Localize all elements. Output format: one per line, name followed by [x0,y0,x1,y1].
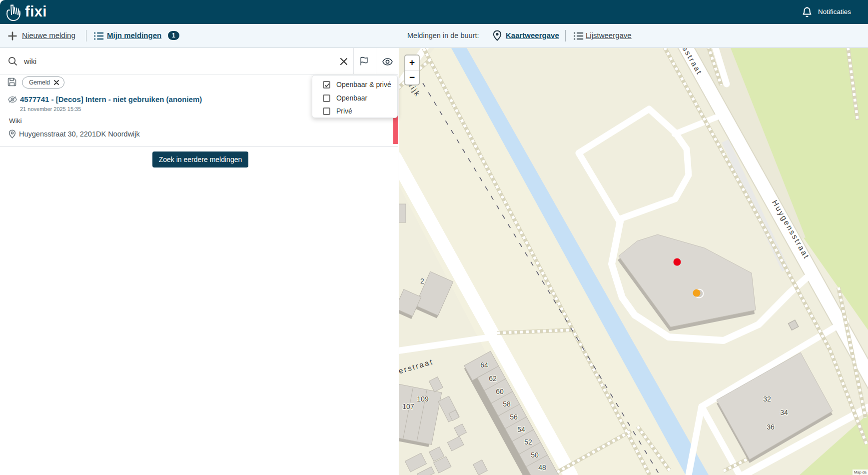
svg-text:107: 107 [402,402,414,410]
svg-text:58: 58 [503,400,511,408]
svg-text:2: 2 [420,277,424,285]
svg-text:56: 56 [510,413,518,421]
svg-text:48: 48 [538,464,546,472]
svg-text:109: 109 [417,395,429,403]
svg-text:62: 62 [489,374,497,382]
svg-text:54: 54 [517,426,525,434]
svg-text:60: 60 [496,388,504,396]
svg-text:36: 36 [767,423,775,431]
svg-text:34: 34 [780,408,788,416]
svg-text:32: 32 [763,395,771,403]
svg-text:64: 64 [480,361,488,369]
svg-text:50: 50 [531,451,539,459]
svg-text:52: 52 [524,438,532,446]
